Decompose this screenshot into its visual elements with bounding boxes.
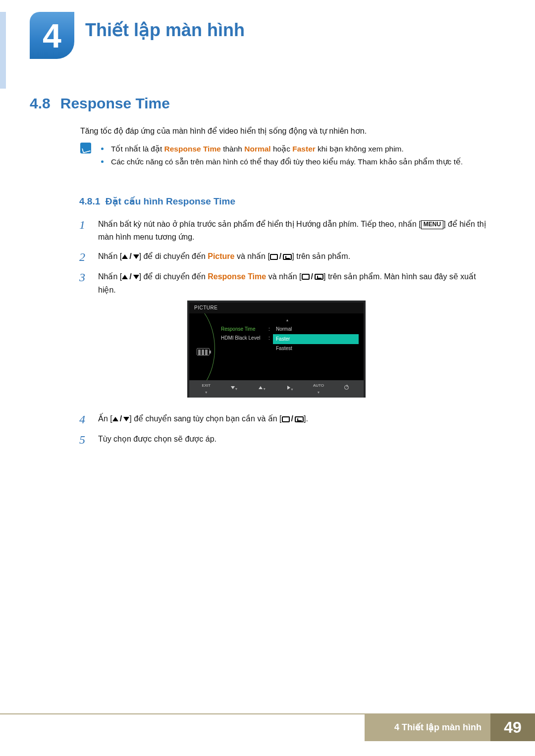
note-list: Tốt nhất là đặt Response Time thành Norm… <box>101 143 463 169</box>
intro-text: Tăng tốc độ đáp ứng của màn hình để vide… <box>80 126 495 136</box>
triangle-up-icon <box>122 254 128 259</box>
note-item-1: Tốt nhất là đặt Response Time thành Norm… <box>101 143 463 155</box>
step-text: Ấn [/] để chuyển sang tùy chọn bạn cần v… <box>98 412 308 427</box>
triangle-down-icon <box>231 386 235 389</box>
source-enter-icons: / <box>302 270 323 283</box>
triangle-down-icon <box>133 254 139 259</box>
step-3: 3 Nhấn [/] để di chuyển đến Response Tim… <box>79 270 495 406</box>
triangle-up-icon <box>122 275 128 279</box>
source-enter-icons: / <box>282 412 304 425</box>
osd-screenshot: PICTURE ▲ Response Time: HDMI Black Leve… <box>187 301 366 398</box>
enter-icon <box>295 416 304 422</box>
footer-page-number: 49 <box>490 713 535 741</box>
chapter-title: Thiết lập màn hình <box>85 20 245 41</box>
osd-footer: EXIT▼ ▼ ▼ ▼ AUTO▼ <box>189 380 364 397</box>
page-footer: 4 Thiết lập màn hình 49 <box>0 713 535 741</box>
osd-footer-power <box>332 385 361 393</box>
osd-option-selected: Faster <box>273 334 359 344</box>
subsection-header: 4.8.1 Đặt cấu hình Response Time <box>79 196 235 207</box>
step-4: 4 Ấn [/] để chuyển sang tùy chọn bạn cần… <box>79 412 495 427</box>
osd-item-label: Response Time <box>221 325 268 334</box>
step-text: Nhấn bất kỳ nút nào ở phía trước sản phẩ… <box>98 218 495 244</box>
menu-button-label: MENU <box>421 220 443 229</box>
osd-body: ▲ Response Time: HDMI Black Level: Norma… <box>189 313 364 380</box>
left-accent-bar <box>0 12 6 89</box>
source-icon <box>282 416 290 422</box>
osd-scroll-up-icon: ▲ <box>196 317 359 323</box>
footer-chapter-label: 4 Thiết lập màn hình <box>365 713 490 741</box>
step-number: 2 <box>79 250 89 264</box>
osd-footer-auto: AUTO▼ <box>305 382 333 395</box>
osd-footer-exit: EXIT▼ <box>192 382 220 395</box>
osd-footer-up: ▼ <box>248 386 276 392</box>
step-number: 1 <box>79 218 89 244</box>
osd-title: PICTURE <box>189 302 364 314</box>
source-enter-icons: / <box>270 250 292 263</box>
triangle-down-icon <box>133 275 139 279</box>
up-down-icons: / <box>122 250 139 263</box>
osd-option: Fastest <box>273 344 359 354</box>
osd-option: Normal <box>273 325 359 335</box>
step-text: Tùy chọn được chọn sẽ được áp. <box>98 433 216 447</box>
triangle-down-icon <box>123 417 129 421</box>
note-block: Tốt nhất là đặt Response Time thành Norm… <box>80 143 495 169</box>
osd-footer-down: ▼ <box>220 386 249 392</box>
section-title: Response Time <box>60 95 170 112</box>
note-icon <box>80 143 91 153</box>
step-number: 3 <box>79 270 89 406</box>
section-number: 4.8 <box>30 95 51 112</box>
note-item-2: Các chức năng có sẵn trên màn hình có th… <box>101 155 463 168</box>
source-icon <box>270 254 278 260</box>
step-text: Nhấn [/] để di chuyển đến Picture và nhấ… <box>98 250 350 264</box>
source-icon <box>302 274 310 280</box>
step-5: 5 Tùy chọn được chọn sẽ được áp. <box>79 433 495 447</box>
enter-icon <box>283 254 292 260</box>
triangle-up-icon <box>112 417 118 421</box>
up-down-icons: / <box>112 412 129 425</box>
step-text: Nhấn [/] để di chuyển đến Response Time … <box>98 270 495 406</box>
step-number: 4 <box>79 412 89 427</box>
enter-icon <box>315 274 323 280</box>
step-2: 2 Nhấn [/] để di chuyển đến Picture và n… <box>79 250 495 264</box>
triangle-up-icon <box>259 386 263 389</box>
power-icon <box>344 385 349 390</box>
osd-item-label: HDMI Black Level <box>221 334 268 343</box>
up-down-icons: / <box>122 270 139 283</box>
section-header: 4.8 Response Time <box>30 95 170 112</box>
step-number: 5 <box>79 433 89 447</box>
step-1: 1 Nhấn bất kỳ nút nào ở phía trước sản p… <box>79 218 495 244</box>
osd-arc-decoration <box>189 313 216 380</box>
osd-footer-right: ▼ <box>276 386 305 393</box>
steps-list: 1 Nhấn bất kỳ nút nào ở phía trước sản p… <box>79 218 495 453</box>
chapter-badge: 4 <box>30 12 74 59</box>
battery-icon <box>197 348 210 355</box>
